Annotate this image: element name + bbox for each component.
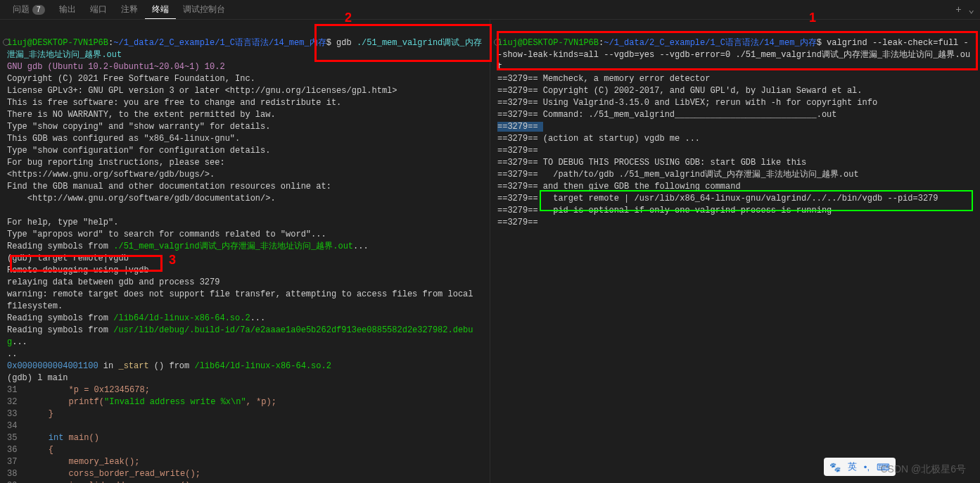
line-number: 32 [7, 396, 28, 408]
tab-label: 端口 [90, 4, 107, 15]
line: Find the GDB manual and other documentat… [7, 182, 331, 192]
tab-label: 调试控制台 [183, 4, 225, 15]
line: Type "show configuration" for configurat… [7, 146, 270, 156]
line-selected: ==3279== [497, 122, 543, 132]
line: Copyright (C) 2021 Free Software Foundat… [7, 74, 255, 84]
gdb-command: (gdb) target remote|vgdb [7, 253, 129, 263]
new-terminal-icon[interactable]: + [955, 4, 961, 15]
line-number: 39 [7, 480, 28, 483]
line: ==3279== Copyright (C) 2002-2017, and GN… [497, 86, 862, 96]
tab-debug-console[interactable]: 调试控制台 [176, 1, 232, 18]
line: ==3279== [497, 218, 543, 227]
annotation-label-1: 1 [809, 11, 816, 25]
address: 0x0000000004001100 [7, 361, 98, 371]
tab-output[interactable]: 输出 [52, 1, 83, 18]
line: ==3279== /path/to/gdb ./51_mem_valgrind调… [497, 170, 859, 180]
line: ==3279== Command: ./51_mem_valgrind_____… [497, 110, 836, 120]
chevron-down-icon[interactable]: ⌄ [969, 4, 974, 15]
terminal-tab-bar: 问题 7 输出 端口 注释 终端 调试控制台 + ⌄ [0, 0, 980, 20]
prompt-user: liuj@DESKTOP-7VN1P6B [7, 38, 108, 48]
tab-label: 终端 [152, 4, 169, 15]
line: <http://www.gnu.org/software/gdb/documen… [7, 194, 276, 203]
ime-paw-icon[interactable]: 🐾 [829, 462, 841, 472]
line: For help, type "help". [7, 218, 118, 227]
line: ==3279== TO DEBUG THIS PROCESS USING GDB… [497, 158, 806, 168]
tab-label: 注释 [121, 4, 138, 15]
pane-indicator-icon [3, 39, 10, 46]
line: This GDB was configured as "x86_64-linux… [7, 134, 240, 144]
line: relaying data between gdb and process 32… [7, 277, 219, 287]
line: ==3279== Memcheck, a memory error detect… [497, 74, 710, 84]
line: <https://www.gnu.org/software/gdb/bugs/>… [7, 170, 215, 180]
line: ==3279== and then give GDB the following… [497, 182, 741, 192]
line: ==3279== Using Valgrind-3.15.0 and LibVE… [497, 98, 877, 108]
line: Reading symbols from [7, 313, 113, 323]
line-number: 35 [7, 432, 28, 444]
tab-ports[interactable]: 端口 [83, 1, 114, 18]
prompt-path: ~/1_data/2_C_example/1_C语言语法/14_mem_内存 [604, 38, 816, 48]
line-number: 37 [7, 456, 28, 468]
line: Reading symbols from [7, 325, 113, 335]
tab-label: 输出 [59, 4, 76, 15]
pane-indicator-icon [494, 39, 501, 46]
line-number: 31 [7, 384, 28, 396]
line: For bug reporting instructions, please s… [7, 158, 225, 168]
line: ==3279== --pid is optional if only one v… [497, 206, 832, 215]
tab-comments[interactable]: 注释 [114, 1, 145, 18]
problems-count-badge: 7 [32, 5, 45, 15]
tab-problems[interactable]: 问题 7 [6, 1, 52, 18]
line-number: 38 [7, 468, 28, 480]
terminal-pane-left[interactable]: liuj@DESKTOP-7VN1P6B:~/1_data/2_C_exampl… [0, 20, 490, 483]
tab-label: 问题 [13, 4, 30, 15]
annotation-label-2: 2 [345, 11, 352, 25]
line: This is free software: you are free to c… [7, 98, 341, 108]
line: ==3279== [497, 146, 543, 156]
line: Type "show copying" and "show warranty" … [7, 122, 270, 132]
prompt-user: liuj@DESKTOP-7VN1P6B [497, 38, 599, 48]
line: warning: remote target does not support … [7, 289, 478, 311]
annotation-label-3: 3 [169, 253, 176, 268]
symbol-file: ./51_mem_valgrind调试_内存泄漏_非法地址访问_越界.out [113, 242, 353, 251]
line-number: 36 [7, 444, 28, 456]
ime-lang[interactable]: 英 [848, 460, 857, 473]
gdb-version: GNU gdb (Ubuntu 10.2-0ubuntu1~20.04~1) 1… [7, 62, 225, 72]
line: Type "apropos word" to search for comman… [7, 230, 326, 239]
line: License GPLv3+: GNU GPL version 3 or lat… [7, 86, 397, 96]
prompt-path: ~/1_data/2_C_example/1_C语言语法/14_mem_内存 [113, 38, 326, 48]
line: Remote debugging using |vgdb [7, 265, 149, 275]
cmd-prefix: $ gdb [326, 38, 357, 48]
gdb-command: (gdb) l main [7, 373, 68, 383]
line: Reading symbols from [7, 242, 113, 251]
line-number: 34 [7, 420, 28, 432]
line: ==3279== target remote | /usr/lib/x86_64… [497, 194, 938, 203]
line: There is NO WARRANTY, to the extent perm… [7, 110, 276, 120]
ime-punc[interactable]: •, [864, 462, 870, 472]
tab-terminal[interactable]: 终端 [145, 1, 176, 19]
line-number: 33 [7, 408, 28, 420]
line: ==3279== (action at startup) vgdb me ... [497, 134, 700, 144]
terminal-pane-right[interactable]: liuj@DESKTOP-7VN1P6B:~/1_data/2_C_exampl… [490, 20, 980, 483]
watermark: CSDN @北极星6号 [880, 463, 966, 476]
